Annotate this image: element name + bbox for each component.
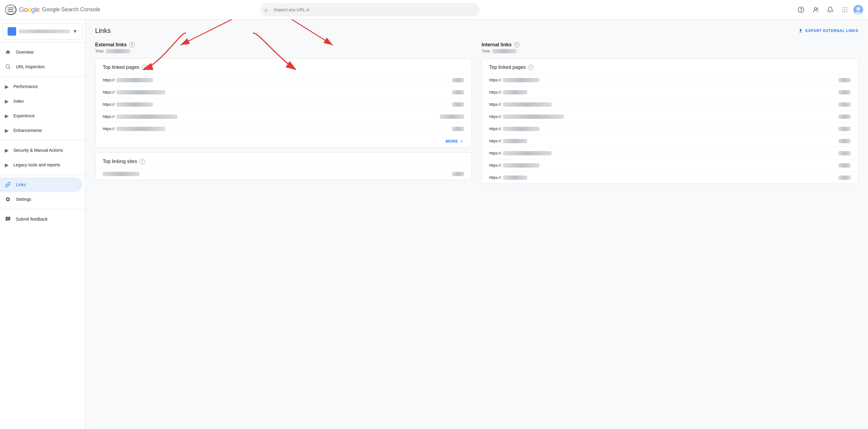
external-top-linked-card: Top linked pages ? https:// https:// bbox=[95, 58, 472, 147]
int-count-9 bbox=[838, 175, 850, 180]
external-links-total-value bbox=[106, 49, 130, 53]
search-input[interactable] bbox=[260, 3, 480, 16]
url-text: https:// bbox=[103, 102, 153, 107]
external-more-link[interactable]: MORE bbox=[95, 135, 471, 147]
sidebar-enhancements-label: Enhancements bbox=[13, 128, 42, 133]
top-linking-sites-help-icon[interactable]: ? bbox=[140, 159, 145, 164]
int-count-8 bbox=[838, 163, 850, 168]
settings-icon bbox=[5, 196, 11, 202]
external-links-subtitle: Total bbox=[95, 49, 472, 53]
int-url-blurred-7 bbox=[503, 151, 552, 155]
sidebar-performance-label: Performance bbox=[13, 84, 38, 89]
external-top-linked-header: Top linked pages ? bbox=[95, 59, 471, 74]
sidebar-item-settings[interactable]: Settings bbox=[0, 192, 83, 206]
sidebar-item-security[interactable]: ▶ Security & Manual Actions bbox=[0, 143, 85, 158]
url-text: https:// bbox=[489, 151, 552, 155]
svg-point-2 bbox=[814, 7, 816, 9]
int-url-blurred-9 bbox=[503, 175, 527, 180]
int-url-blurred-6 bbox=[503, 139, 527, 143]
sidebar-divider-1 bbox=[0, 42, 85, 42]
url-blurred-4 bbox=[117, 114, 177, 119]
url-text: https:// bbox=[489, 78, 539, 82]
table-row[interactable]: https:// bbox=[95, 98, 471, 110]
url-text: https:// bbox=[489, 102, 552, 107]
more-label: MORE bbox=[445, 139, 458, 143]
feedback-icon bbox=[5, 216, 11, 222]
external-links-title: External links ? bbox=[95, 42, 472, 47]
internal-top-linked-help-icon[interactable]: ? bbox=[528, 65, 534, 70]
url-text: https:// bbox=[489, 127, 539, 131]
url-text: https:// bbox=[103, 90, 165, 94]
sidebar-item-index[interactable]: ▶ Index bbox=[0, 94, 85, 108]
count-value-5 bbox=[452, 127, 464, 131]
page-title: Links bbox=[95, 27, 111, 35]
table-row[interactable]: https:// bbox=[95, 86, 471, 98]
account-settings-button[interactable] bbox=[809, 4, 822, 16]
external-links-help-icon[interactable]: ? bbox=[129, 42, 135, 47]
sidebar-item-submit-feedback[interactable]: Submit feedback bbox=[0, 212, 83, 226]
sidebar-divider-3 bbox=[0, 140, 85, 140]
more-chevron-icon bbox=[459, 139, 464, 143]
sidebar-divider-5 bbox=[0, 209, 85, 209]
table-row[interactable]: https:// bbox=[482, 74, 858, 86]
table-row[interactable]: https:// bbox=[482, 135, 858, 147]
external-top-linked-help-icon[interactable]: ? bbox=[142, 65, 147, 70]
sidebar-item-experience[interactable]: ▶ Experience bbox=[0, 108, 85, 123]
logo-area: Google Google Search Console bbox=[5, 5, 100, 15]
table-row[interactable]: https:// bbox=[482, 123, 858, 135]
sidebar-url-label: URL inspection bbox=[16, 64, 44, 69]
export-external-links-button[interactable]: EXPORT EXTERNAL LINKS bbox=[798, 28, 858, 33]
external-top-linking-sites-card: Top linking sites ? bbox=[95, 152, 472, 180]
table-row[interactable] bbox=[95, 168, 471, 180]
sidebar-item-legacy[interactable]: ▶ Legacy tools and reports bbox=[0, 158, 85, 172]
help-button[interactable] bbox=[795, 4, 807, 16]
url-text: https:// bbox=[103, 78, 153, 82]
notifications-button[interactable] bbox=[824, 4, 836, 16]
home-icon bbox=[5, 49, 11, 55]
int-count-6 bbox=[838, 139, 850, 143]
top-linking-sites-title: Top linking sites bbox=[103, 159, 137, 164]
sidebar-item-overview[interactable]: Overview bbox=[0, 45, 83, 59]
site-count-1 bbox=[452, 172, 464, 176]
sidebar-overview-label: Overview bbox=[16, 50, 33, 55]
internal-links-help-icon[interactable]: ? bbox=[514, 42, 520, 47]
table-row[interactable]: https:// bbox=[482, 86, 858, 98]
table-row[interactable]: https:// bbox=[95, 123, 471, 135]
app-name: Google Search Console bbox=[42, 6, 100, 13]
sidebar-divider-2 bbox=[0, 76, 85, 77]
table-row[interactable]: https:// bbox=[95, 110, 471, 123]
user-avatar[interactable] bbox=[854, 5, 863, 14]
table-row[interactable]: https:// bbox=[482, 159, 858, 171]
svg-point-8 bbox=[846, 7, 847, 8]
sidebar-divider-4 bbox=[0, 174, 85, 175]
property-selector[interactable]: ▼ bbox=[2, 23, 83, 40]
sidebar-item-enhancements[interactable]: ▶ Enhancements bbox=[0, 123, 85, 138]
sidebar-item-performance[interactable]: ▶ Performance bbox=[0, 79, 85, 94]
table-row[interactable]: https:// bbox=[482, 110, 858, 123]
links-grid: External links ? Total Top linked pages … bbox=[95, 42, 858, 189]
internal-links-subtitle: Total bbox=[482, 49, 858, 53]
apps-button[interactable] bbox=[839, 4, 851, 16]
svg-point-10 bbox=[844, 9, 845, 10]
int-count-5 bbox=[838, 127, 850, 131]
url-text: https:// bbox=[489, 163, 539, 168]
table-row[interactable]: https:// bbox=[482, 98, 858, 110]
url-text: https:// bbox=[489, 175, 527, 180]
table-row[interactable]: https:// bbox=[95, 74, 471, 86]
count-value-4 bbox=[440, 114, 464, 119]
sidebar-item-links[interactable]: Links bbox=[0, 177, 83, 192]
security-arrow-icon: ▶ bbox=[5, 147, 8, 153]
external-links-title-text: External links bbox=[95, 42, 127, 47]
table-row[interactable]: https:// bbox=[482, 147, 858, 159]
layout: ▼ Overview URL inspection ▶ Pe bbox=[0, 20, 868, 429]
sidebar-item-url-inspection[interactable]: URL inspection bbox=[0, 59, 83, 74]
svg-point-9 bbox=[842, 9, 843, 10]
url-text: https:// bbox=[489, 139, 527, 143]
sidebar-experience-label: Experience bbox=[13, 113, 35, 118]
table-row[interactable]: https:// bbox=[482, 171, 858, 184]
url-text bbox=[103, 172, 139, 176]
count-value-3 bbox=[452, 102, 464, 107]
enhancements-arrow-icon: ▶ bbox=[5, 128, 8, 133]
legacy-arrow-icon: ▶ bbox=[5, 162, 8, 168]
hamburger-button[interactable] bbox=[5, 5, 17, 15]
